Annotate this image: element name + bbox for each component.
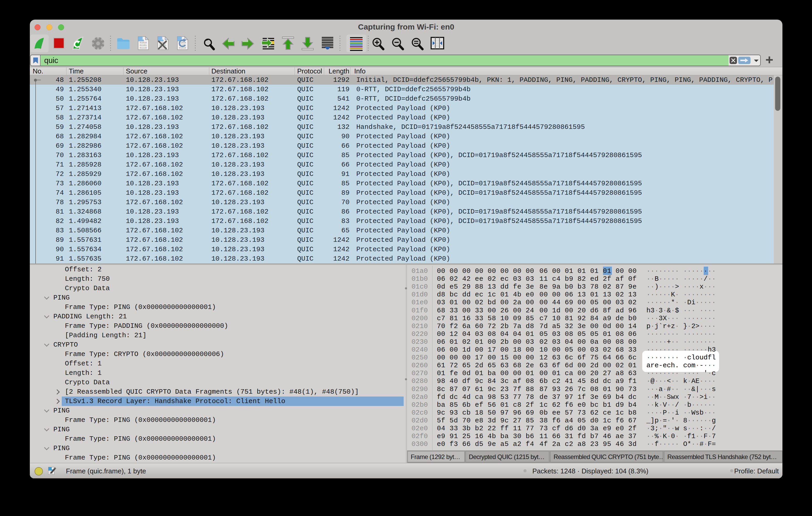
svg-text:01101: 01101	[140, 44, 147, 47]
svg-text:01110: 01110	[179, 47, 186, 50]
svg-text:01010: 01010	[140, 41, 147, 44]
svg-text:01110: 01110	[140, 47, 147, 50]
